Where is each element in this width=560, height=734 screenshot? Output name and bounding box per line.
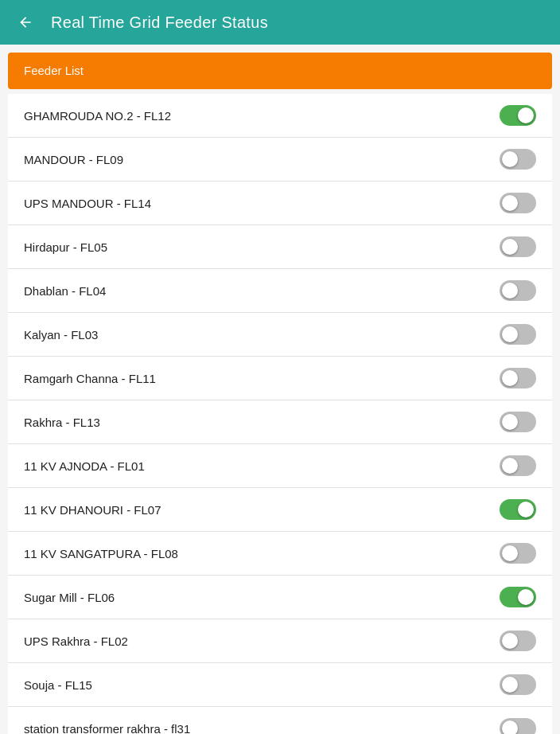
toggle-thumb (502, 458, 518, 474)
feeder-list-banner: Feeder List (8, 53, 552, 89)
toggle-thumb (502, 195, 518, 211)
feeder-toggle[interactable] (500, 105, 536, 126)
feeder-name: station transformer rakhra - fl31 (24, 722, 190, 735)
feeder-name: 11 KV DHANOURI - FL07 (24, 503, 161, 517)
toggle-thumb (518, 107, 534, 123)
feeder-toggle[interactable] (500, 543, 536, 564)
feeder-list-container: GHAMROUDA NO.2 - FL12MANDOUR - FL09UPS M… (8, 94, 552, 734)
toggle-track (500, 236, 536, 257)
feeder-item: Ramgarh Channa - FL11 (8, 357, 552, 400)
feeder-item: station transformer rakhra - fl31 (8, 707, 552, 734)
toggle-track (500, 631, 536, 651)
toggle-track (500, 149, 536, 170)
feeder-item: GHAMROUDA NO.2 - FL12 (8, 94, 552, 138)
toggle-track (500, 718, 536, 734)
feeder-name: MANDOUR - FL09 (24, 153, 123, 166)
feeder-toggle[interactable] (500, 412, 536, 432)
feeder-name: 11 KV SANGATPURA - FL08 (24, 547, 178, 560)
toggle-thumb (502, 239, 518, 255)
feeder-toggle[interactable] (500, 149, 536, 170)
feeder-toggle[interactable] (500, 368, 536, 388)
feeder-name: Ramgarh Channa - FL11 (24, 372, 156, 385)
feeder-item: Rakhra - FL13 (8, 400, 552, 444)
feeder-item: Sugar Mill - FL06 (8, 576, 552, 619)
back-button[interactable] (13, 10, 38, 35)
feeder-item: 11 KV DHANOURI - FL07 (8, 488, 552, 532)
feeder-toggle[interactable] (500, 324, 536, 345)
toggle-thumb (502, 283, 518, 299)
feeder-list-label: Feeder List (24, 64, 84, 77)
feeder-item: MANDOUR - FL09 (8, 138, 552, 182)
toggle-thumb (518, 589, 534, 605)
toggle-thumb (502, 633, 518, 649)
toggle-thumb (502, 151, 518, 167)
feeder-name: GHAMROUDA NO.2 - FL12 (24, 109, 171, 123)
feeder-toggle[interactable] (500, 193, 536, 213)
toggle-track (500, 543, 536, 564)
feeder-name: Kalyan - FL03 (24, 328, 98, 342)
header: Real Time Grid Feeder Status (0, 0, 560, 45)
toggle-thumb (502, 326, 518, 342)
toggle-track (500, 499, 536, 520)
feeder-item: UPS MANDOUR - FL14 (8, 182, 552, 225)
feeder-name: Dhablan - FL04 (24, 284, 106, 298)
toggle-thumb (502, 545, 518, 561)
feeder-toggle[interactable] (500, 236, 536, 257)
feeder-name: Souja - FL15 (24, 678, 92, 692)
feeder-name: Rakhra - FL13 (24, 416, 100, 429)
feeder-name: Sugar Mill - FL06 (24, 591, 115, 604)
feeder-toggle[interactable] (500, 499, 536, 520)
toggle-thumb (502, 414, 518, 430)
toggle-track (500, 193, 536, 213)
toggle-track (500, 412, 536, 432)
toggle-thumb (502, 677, 518, 693)
feeder-toggle[interactable] (500, 455, 536, 476)
toggle-track (500, 280, 536, 301)
feeder-name: UPS MANDOUR - FL14 (24, 197, 151, 210)
feeder-name: UPS Rakhra - FL02 (24, 634, 128, 648)
feeder-toggle[interactable] (500, 631, 536, 651)
feeder-toggle[interactable] (500, 674, 536, 695)
feeder-item: Hirdapur - FL05 (8, 225, 552, 269)
toggle-track (500, 587, 536, 607)
feeder-name: 11 KV AJNODA - FL01 (24, 459, 145, 473)
toggle-thumb (502, 370, 518, 386)
feeder-item: Dhablan - FL04 (8, 269, 552, 313)
toggle-track (500, 105, 536, 126)
feeder-name: Hirdapur - FL05 (24, 240, 107, 254)
toggle-thumb (518, 502, 534, 517)
toggle-track (500, 455, 536, 476)
feeder-item: UPS Rakhra - FL02 (8, 619, 552, 663)
toggle-track (500, 674, 536, 695)
toggle-track (500, 324, 536, 345)
page-title: Real Time Grid Feeder Status (51, 14, 268, 32)
feeder-toggle[interactable] (500, 587, 536, 607)
feeder-toggle[interactable] (500, 280, 536, 301)
feeder-item: Souja - FL15 (8, 663, 552, 707)
feeder-toggle[interactable] (500, 718, 536, 734)
feeder-item: Kalyan - FL03 (8, 313, 552, 357)
toggle-track (500, 368, 536, 388)
toggle-thumb (502, 720, 518, 734)
feeder-item: 11 KV AJNODA - FL01 (8, 444, 552, 488)
feeder-item: 11 KV SANGATPURA - FL08 (8, 532, 552, 576)
